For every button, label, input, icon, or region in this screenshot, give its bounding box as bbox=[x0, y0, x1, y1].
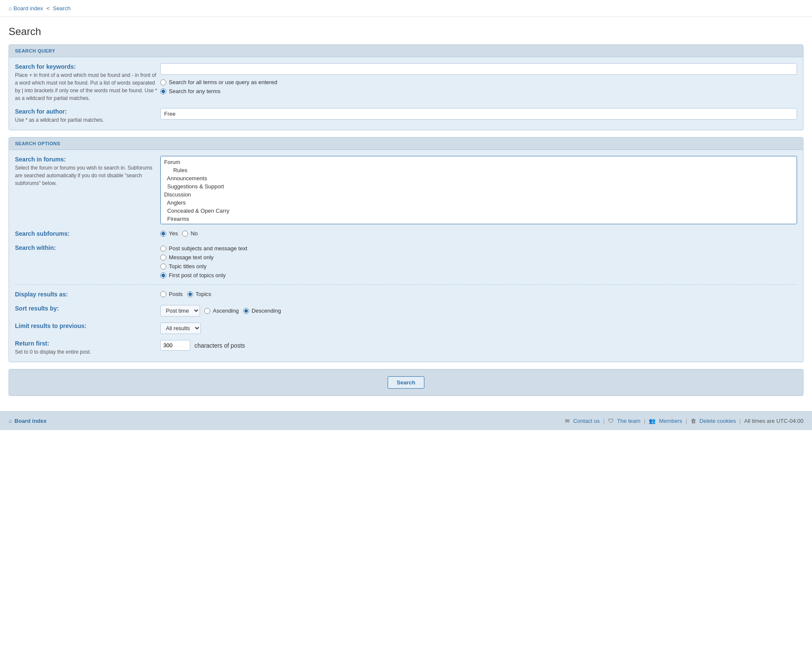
forum-option-concealed-open-carry[interactable]: Concealed & Open Carry bbox=[162, 207, 795, 215]
forums-label: Search in forums: bbox=[15, 156, 160, 163]
forums-label-area: Search in forums: Select the forum or fo… bbox=[15, 156, 160, 187]
display-results-row: Display results as: Posts Topics bbox=[15, 291, 797, 299]
sort-results-label: Sort results by: bbox=[15, 305, 160, 312]
search-within-first-post-radio[interactable] bbox=[160, 272, 166, 278]
forum-option-announcements[interactable]: Announcements bbox=[162, 174, 795, 182]
breadcrumb-current: Search bbox=[53, 5, 71, 12]
return-first-description: Set to 0 to display the entire post. bbox=[15, 348, 160, 356]
members-icon: 👥 bbox=[649, 418, 656, 424]
subforums-no-text: No bbox=[191, 230, 198, 237]
display-posts-radio[interactable] bbox=[160, 291, 166, 297]
search-button[interactable]: Search bbox=[388, 376, 424, 389]
return-first-label: Return first: bbox=[15, 340, 160, 347]
keywords-radio-group: Search for all terms or use query as ent… bbox=[160, 79, 797, 94]
search-within-topic-titles-label: Topic titles only bbox=[169, 263, 206, 270]
limit-select[interactable]: All results 1 day 7 days 2 weeks 1 month… bbox=[160, 322, 201, 334]
search-within-radio-group: Post subjects and message text Message t… bbox=[160, 245, 797, 278]
display-topics-radio[interactable] bbox=[187, 291, 193, 297]
radio-any-terms-label: Search for any terms bbox=[169, 88, 221, 94]
sort-results-row: Sort results by: Post time Author Subjec… bbox=[15, 305, 797, 316]
search-within-first-post-label: First post of topics only bbox=[169, 272, 226, 278]
sort-results-control: Post time Author Subject Forum Ascending… bbox=[160, 305, 797, 316]
return-first-label-area: Return first: Set to 0 to display the en… bbox=[15, 340, 160, 356]
keywords-input[interactable] bbox=[160, 63, 797, 75]
subforums-yes-label[interactable]: Yes bbox=[160, 230, 178, 237]
sort-descending-label[interactable]: Descending bbox=[243, 308, 281, 314]
footer-board-link[interactable]: Board index bbox=[15, 418, 47, 424]
author-description: Use * as a wildcard for partial matches. bbox=[15, 116, 160, 124]
author-input[interactable] bbox=[160, 108, 797, 120]
author-label: Search for author: bbox=[15, 108, 160, 115]
search-within-first-post[interactable]: First post of topics only bbox=[160, 272, 797, 278]
footer-sep-2: | bbox=[644, 418, 645, 424]
limit-results-label-area: Limit results to previous: bbox=[15, 322, 160, 331]
sort-select[interactable]: Post time Author Subject Forum bbox=[160, 305, 200, 316]
home-icon: ⌂ bbox=[9, 5, 12, 12]
search-within-post-subjects-radio[interactable] bbox=[160, 246, 166, 252]
footer-sep-1: | bbox=[603, 418, 604, 424]
display-topics-label[interactable]: Topics bbox=[187, 291, 212, 297]
limit-results-label: Limit results to previous: bbox=[15, 322, 160, 329]
footer-sep-4: | bbox=[739, 418, 741, 424]
footer-sep-3: | bbox=[685, 418, 687, 424]
subforums-control: Yes No bbox=[160, 230, 797, 237]
display-posts-text: Posts bbox=[169, 291, 183, 297]
author-row: Search for author: Use * as a wildcard f… bbox=[15, 108, 797, 124]
keywords-row: Search for keywords: Place + in front of… bbox=[15, 63, 797, 102]
members-link[interactable]: Members bbox=[659, 418, 682, 424]
search-within-label: Search within: bbox=[15, 244, 160, 251]
radio-all-terms-input[interactable] bbox=[160, 79, 166, 85]
the-team-link[interactable]: The team bbox=[617, 418, 641, 424]
return-first-input[interactable] bbox=[160, 340, 190, 351]
forum-option-suggestions-support[interactable]: Suggestions & Support bbox=[162, 182, 795, 190]
sort-descending-radio[interactable] bbox=[243, 308, 249, 314]
radio-any-terms-input[interactable] bbox=[160, 88, 166, 94]
contact-us-link[interactable]: Contact us bbox=[573, 418, 600, 424]
forum-option-anglers[interactable]: Anglers bbox=[162, 199, 795, 207]
radio-any-terms[interactable]: Search for any terms bbox=[160, 88, 797, 94]
keywords-label: Search for keywords: bbox=[15, 63, 160, 70]
subforums-yes-text: Yes bbox=[169, 230, 178, 237]
search-within-post-subjects[interactable]: Post subjects and message text bbox=[160, 245, 797, 252]
shield-icon: 🛡 bbox=[608, 418, 614, 424]
search-options-header: SEARCH OPTIONS bbox=[9, 138, 803, 150]
display-posts-label[interactable]: Posts bbox=[160, 291, 183, 297]
return-first-control: characters of posts bbox=[160, 340, 797, 351]
forum-option-forum[interactable]: Forum bbox=[162, 158, 795, 166]
radio-all-terms-label: Search for all terms or use query as ent… bbox=[169, 79, 277, 85]
forum-option-discussion[interactable]: Discussion bbox=[162, 190, 795, 199]
forums-control: Forum Rules Announcements Suggestions & … bbox=[160, 156, 797, 224]
display-topics-text: Topics bbox=[196, 291, 212, 297]
return-first-row: Return first: Set to 0 to display the en… bbox=[15, 340, 797, 356]
search-within-message-text-radio[interactable] bbox=[160, 255, 166, 261]
search-within-topic-titles-radio[interactable] bbox=[160, 264, 166, 270]
search-within-message-text[interactable]: Message text only bbox=[160, 254, 797, 261]
subforums-label-area: Search subforums: bbox=[15, 230, 160, 238]
radio-all-terms[interactable]: Search for all terms or use query as ent… bbox=[160, 79, 797, 85]
subforums-no-label[interactable]: No bbox=[182, 230, 198, 237]
sort-ascending-label[interactable]: Ascending bbox=[204, 308, 239, 314]
subforums-no-radio[interactable] bbox=[182, 231, 188, 237]
delete-cookies-link[interactable]: Delete cookies bbox=[700, 418, 736, 424]
author-control bbox=[160, 108, 797, 120]
sort-descending-text: Descending bbox=[252, 308, 281, 314]
forums-select[interactable]: Forum Rules Announcements Suggestions & … bbox=[160, 156, 797, 224]
forum-option-firearms[interactable]: Firearms bbox=[162, 215, 795, 223]
subforums-yes-radio[interactable] bbox=[160, 231, 166, 237]
keywords-control: Search for all terms or use query as ent… bbox=[160, 63, 797, 94]
forum-option-rules[interactable]: Rules bbox=[162, 166, 795, 174]
sort-ascending-text: Ascending bbox=[213, 308, 239, 314]
breadcrumb-home-link[interactable]: Board index bbox=[13, 5, 43, 12]
search-query-panel: SEARCH QUERY Search for keywords: Place … bbox=[9, 44, 803, 130]
search-within-label-area: Search within: bbox=[15, 244, 160, 252]
search-options-panel: SEARCH OPTIONS Search in forums: Select … bbox=[9, 137, 803, 362]
forums-description: Select the forum or forums you wish to s… bbox=[15, 164, 160, 187]
subforums-row: Search subforums: Yes No bbox=[15, 230, 797, 238]
search-options-body: Search in forums: Select the forum or fo… bbox=[9, 150, 803, 362]
sort-ascending-radio[interactable] bbox=[204, 308, 210, 314]
display-results-label: Display results as: bbox=[15, 291, 160, 298]
search-button-area: Search bbox=[9, 369, 803, 396]
breadcrumb: ⌂ Board index < Search bbox=[0, 0, 812, 17]
trash-icon: 🗑 bbox=[691, 418, 696, 424]
search-within-topic-titles[interactable]: Topic titles only bbox=[160, 263, 797, 270]
